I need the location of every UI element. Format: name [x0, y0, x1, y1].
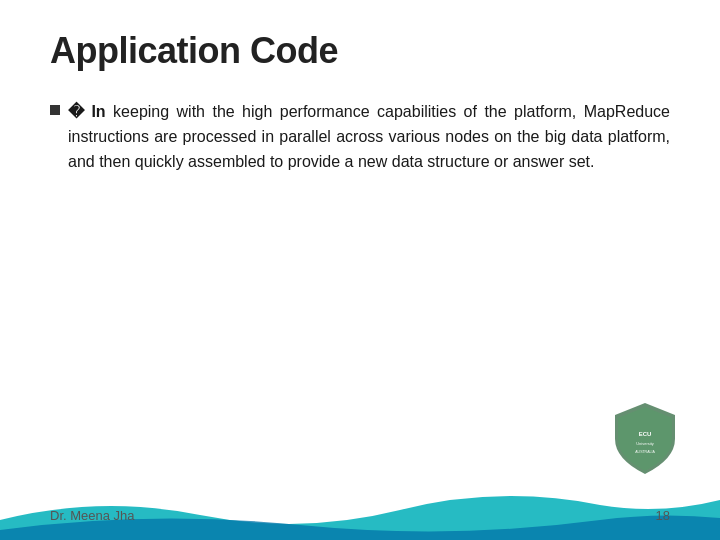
university-logo-icon: ECU University AUSTRALIA	[610, 401, 680, 476]
university-logo-area: ECU University AUSTRALIA	[610, 401, 680, 480]
svg-text:University: University	[636, 441, 654, 446]
svg-text:ECU: ECU	[639, 431, 652, 437]
slide-footer: Dr. Meena Jha 18	[0, 490, 720, 540]
bullet-icon	[50, 105, 60, 115]
bullet-prefix: � In	[68, 103, 106, 120]
bullet-text: � In keeping with the high performance c…	[68, 100, 670, 174]
footer-page-number: 18	[656, 508, 670, 523]
bullet-point: � In keeping with the high performance c…	[50, 100, 670, 174]
footer-author: Dr. Meena Jha	[50, 508, 135, 523]
slide-container: Application Code � In keeping with the h…	[0, 0, 720, 540]
slide-title: Application Code	[50, 30, 670, 72]
bullet-body: keeping with the high performance capabi…	[68, 103, 670, 170]
svg-text:AUSTRALIA: AUSTRALIA	[635, 450, 655, 454]
footer-content: Dr. Meena Jha 18	[50, 508, 670, 523]
